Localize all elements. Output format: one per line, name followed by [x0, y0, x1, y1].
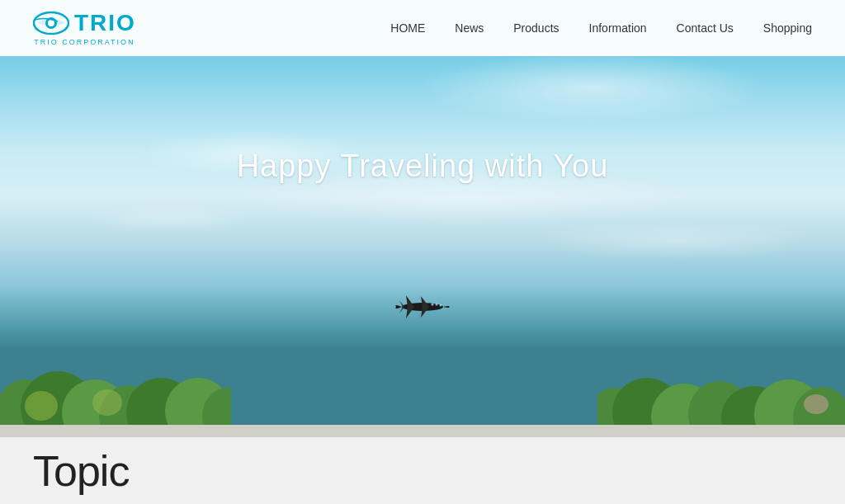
hero-title: Happy Traveling with You: [237, 148, 609, 184]
header: TRIO TRIO CORPORATION HOME News Products…: [0, 0, 845, 56]
nav-home[interactable]: HOME: [390, 21, 425, 35]
svg-point-11: [92, 389, 122, 416]
hero-section: Happy Traveling with You: [0, 0, 845, 437]
svg-point-25: [440, 304, 442, 307]
nav-shopping[interactable]: Shopping: [763, 21, 812, 35]
logo-graphic: TRIO: [33, 10, 136, 36]
logo-text: TRIO: [74, 12, 136, 35]
trees-left: [0, 330, 231, 437]
navigation: HOME News Products Information Contact U…: [390, 21, 812, 35]
nav-products[interactable]: Products: [513, 21, 559, 35]
nav-news[interactable]: News: [455, 21, 484, 35]
ground-strip: [0, 425, 845, 437]
logo-subtitle: TRIO CORPORATION: [34, 38, 135, 46]
svg-point-2: [48, 20, 54, 26]
svg-point-24: [436, 304, 438, 306]
svg-point-10: [25, 391, 58, 421]
nav-information[interactable]: Information: [589, 21, 647, 35]
svg-point-23: [432, 304, 434, 306]
logo-icon: [33, 10, 69, 36]
trees-right: [597, 338, 845, 437]
topic-heading: Topic: [33, 446, 129, 496]
airplane-icon: [389, 289, 456, 322]
svg-point-21: [804, 394, 828, 414]
bottom-section: Topic: [0, 437, 845, 504]
logo[interactable]: TRIO TRIO CORPORATION: [33, 10, 136, 46]
nav-contact[interactable]: Contact Us: [677, 21, 734, 35]
